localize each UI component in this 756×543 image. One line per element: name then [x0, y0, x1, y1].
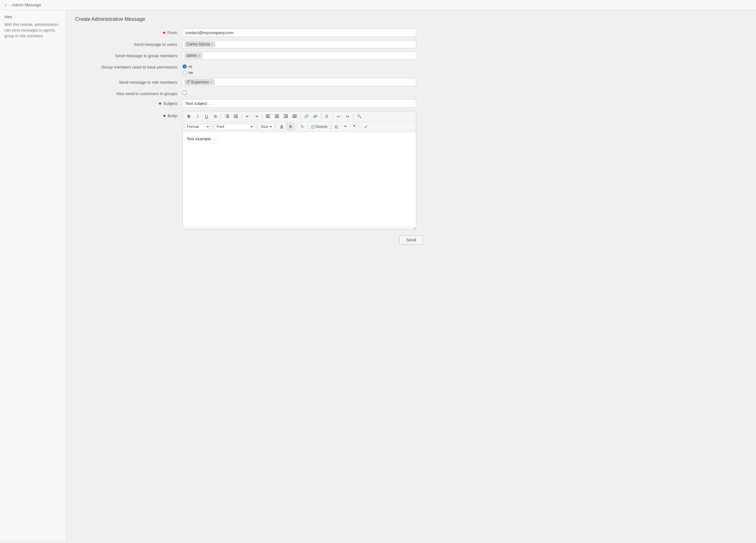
from-input[interactable]	[183, 28, 416, 37]
svg-rect-15	[275, 115, 279, 115]
svg-rect-19	[285, 116, 288, 117]
block-format-button[interactable]: ☰	[323, 112, 331, 120]
toolbar-sep-7	[353, 113, 353, 119]
indent-less-button[interactable]: ⇤	[243, 112, 252, 120]
italic-button[interactable]: I	[194, 112, 202, 120]
page-title: Create Administrative Message	[75, 16, 747, 22]
subject-row: ★ Subject:	[75, 99, 747, 108]
permission-rw-radio[interactable]	[183, 70, 187, 75]
content-area: Create Administrative Message ★ From: Se…	[66, 10, 756, 540]
size-select-wrap: Size 8 10 12 14 16 18	[258, 124, 274, 130]
send-roles-input[interactable]: IT Supervisor ×	[183, 78, 416, 86]
toolbar-sep-4	[300, 113, 301, 119]
blockquote-button[interactable]: ❝	[341, 123, 349, 130]
undo-button[interactable]: ↩	[334, 112, 343, 120]
indent-more-button[interactable]: ⇥	[252, 112, 261, 120]
svg-rect-2	[226, 117, 229, 118]
required-star-body: ★	[163, 113, 168, 118]
admin-message-form: ★ From: Send message to users: Carlos Ga…	[75, 28, 747, 244]
tag-it-supervisor: IT Supervisor ×	[185, 79, 214, 85]
svg-rect-13	[266, 116, 269, 117]
editor-body[interactable]: Text example . . .	[183, 132, 416, 227]
source-icon: ◫	[311, 124, 315, 129]
bg-color-button[interactable]: A	[286, 123, 295, 130]
size-select[interactable]: Size 8 10 12 14 16 18	[258, 124, 274, 130]
font-select[interactable]: Font Arial Times New Roman Courier New	[214, 124, 255, 130]
remove-admin[interactable]: ×	[198, 54, 200, 57]
bold-button[interactable]: B	[185, 112, 193, 120]
underline-button[interactable]: U	[202, 112, 211, 120]
permission-ro[interactable]: ro	[183, 64, 747, 69]
send-groups-input[interactable]: admin ×	[183, 51, 416, 60]
permission-rw[interactable]: rw	[183, 70, 747, 75]
from-field	[183, 28, 747, 37]
permission-field: ro rw	[183, 63, 747, 75]
format-select[interactable]: Format Paragraph Heading 1 Heading 2	[185, 124, 211, 130]
align-left-button[interactable]	[264, 112, 272, 120]
subject-input[interactable]	[183, 99, 416, 108]
send-groups-label: Send message to group members:	[75, 51, 183, 58]
svg-rect-7	[235, 116, 238, 117]
toolbar-sep-8	[213, 124, 213, 130]
font-color-button[interactable]: A	[278, 123, 286, 130]
toolbar-sep-3	[262, 113, 262, 119]
also-customers-checkbox[interactable]	[183, 91, 187, 95]
breadcrumb: ⌂ › Admin Message	[0, 0, 756, 10]
align-justify-button[interactable]	[291, 112, 299, 120]
hint-text: With this module, administrators can sen…	[4, 22, 62, 39]
remove-it-supervisor[interactable]: ×	[210, 80, 212, 84]
permission-radio-group: ro rw	[183, 63, 747, 75]
strikethrough-button[interactable]: S	[211, 112, 219, 120]
svg-rect-8	[235, 117, 238, 118]
required-star-subject: ★	[158, 101, 163, 106]
sidebar: Hint With this module, administrators ca…	[0, 10, 66, 540]
tag-admin: admin ×	[185, 53, 202, 58]
align-center-button[interactable]	[273, 112, 281, 120]
unordered-list-button[interactable]	[232, 112, 240, 120]
font-select-wrap: Font Arial Times New Roman Courier New	[214, 124, 255, 130]
source-button[interactable]: ◫ Source	[310, 123, 329, 130]
ordered-list-button[interactable]: 1.2.3.	[223, 112, 231, 120]
clear-format-button[interactable]: Tx	[298, 123, 306, 130]
permission-ro-radio[interactable]	[183, 64, 187, 69]
from-label: ★ From:	[75, 28, 183, 35]
toolbar-sep-1	[221, 113, 221, 119]
align-right-button[interactable]	[282, 112, 290, 120]
send-row: Send	[75, 235, 747, 244]
also-customers-row: Also send to customers in groups:	[75, 89, 747, 96]
fullscreen-button[interactable]: ⤢	[362, 123, 370, 130]
body-text: Text example . . .	[187, 136, 218, 141]
tag-carlos-garcia: Carlos Garcia ×	[185, 41, 215, 47]
unlink-button[interactable]: 🔗	[311, 112, 319, 120]
send-groups-field: admin ×	[183, 51, 747, 60]
send-button[interactable]: Send	[399, 235, 423, 244]
omega-button[interactable]: Ω	[332, 123, 340, 130]
from-row: ★ From:	[75, 28, 747, 37]
svg-rect-21	[292, 115, 297, 115]
toolbar-sep-9	[256, 124, 257, 130]
send-users-field: Carlos Garcia ×	[183, 40, 747, 48]
send-users-input[interactable]: Carlos Garcia ×	[183, 40, 416, 48]
svg-point-9	[234, 115, 235, 116]
toolbar-sep-2	[242, 113, 242, 119]
svg-rect-0	[226, 115, 229, 115]
editor-toolbar-row2: Format Paragraph Heading 1 Heading 2 Fon…	[183, 122, 416, 132]
body-field: B I U S 1.2.3. ⇤	[183, 111, 747, 230]
home-icon[interactable]: ⌂	[4, 3, 7, 7]
resize-icon: ◢	[413, 226, 415, 230]
subject-field	[183, 99, 747, 108]
find-button[interactable]: 🔍	[355, 112, 363, 120]
toolbar-sep-14	[360, 124, 360, 130]
svg-rect-6	[235, 115, 238, 115]
toolbar-sep-6	[333, 113, 333, 119]
remove-carlos-garcia[interactable]: ×	[211, 42, 213, 46]
svg-rect-20	[284, 117, 288, 118]
svg-rect-1	[226, 116, 229, 117]
toolbar-sep-10	[276, 124, 276, 130]
redo-button[interactable]: ↪	[343, 112, 351, 120]
send-roles-label: Send message to role members:	[75, 78, 183, 85]
citation-button[interactable]: ❞	[350, 123, 358, 130]
body-row: ★ Body: B I U S 1.2.3.	[75, 111, 747, 230]
link-button[interactable]: 🔗	[302, 112, 310, 120]
source-label: Source	[315, 124, 327, 129]
